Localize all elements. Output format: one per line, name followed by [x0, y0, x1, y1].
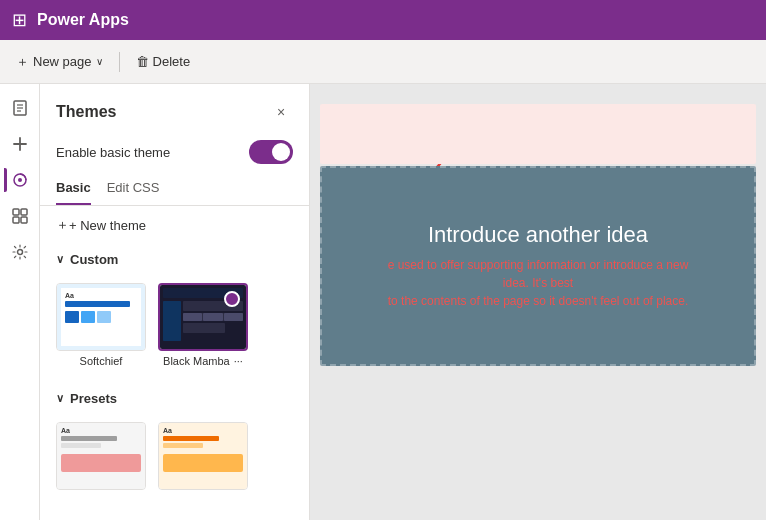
teal-section: Introduce another idea e used to offer s…: [320, 166, 756, 366]
new-page-button[interactable]: ＋ New page ∨: [8, 48, 111, 76]
new-theme-button[interactable]: ＋ + New theme: [40, 206, 162, 244]
themes-panel-title: Themes: [56, 103, 116, 121]
pink-section: [320, 104, 756, 164]
themes-header: Themes ×: [40, 84, 309, 132]
topbar: ⊞ Power Apps: [0, 0, 766, 40]
delete-button[interactable]: 🗑 Delete: [128, 49, 199, 74]
chevron-icon: ∨: [56, 392, 64, 405]
svg-rect-10: [13, 217, 19, 223]
toolbar: ＋ New page ∨ 🗑 Delete: [0, 40, 766, 84]
svg-point-12: [17, 250, 22, 255]
theme-sidebar-icon[interactable]: [4, 164, 36, 196]
black-mamba-theme[interactable]: Black Mamba ···: [158, 283, 248, 367]
app-title: Power Apps: [37, 11, 129, 29]
grid-icon[interactable]: ⊞: [12, 9, 27, 31]
svg-rect-9: [21, 209, 27, 215]
custom-themes-grid: Aa Softchief: [40, 275, 309, 375]
more-options-icon[interactable]: ···: [234, 355, 243, 367]
svg-rect-11: [21, 217, 27, 223]
svg-point-7: [18, 178, 22, 182]
chevron-icon: ∨: [56, 253, 64, 266]
softchief-label: Softchief: [80, 355, 123, 367]
trash-icon: 🗑: [136, 54, 149, 69]
custom-section-header[interactable]: ∨ Custom: [40, 244, 309, 275]
preset-1-theme[interactable]: Aa: [56, 422, 146, 490]
svg-rect-8: [13, 209, 19, 215]
black-mamba-label: Black Mamba ···: [163, 355, 243, 367]
black-mamba-preview: [158, 283, 248, 351]
plus-icon: ＋: [56, 216, 69, 234]
tab-edit-css[interactable]: Edit CSS: [107, 180, 160, 205]
separator: [119, 52, 120, 72]
tab-basic[interactable]: Basic: [56, 180, 91, 205]
theme-tabs: Basic Edit CSS: [40, 172, 309, 206]
preset-1-preview: Aa: [56, 422, 146, 490]
components-sidebar-icon[interactable]: [4, 200, 36, 232]
introduce-title: Introduce another idea: [428, 222, 648, 248]
enable-theme-label: Enable basic theme: [56, 145, 170, 160]
themes-panel: Themes × Enable basic theme Basic Edit C…: [40, 84, 310, 520]
intro-text-part1: e used to offer supporting information o…: [388, 258, 689, 290]
intro-text-part2: to the contents of the page so it doesn'…: [388, 294, 689, 308]
page-content: Introduce another idea e used to offer s…: [320, 104, 756, 510]
close-themes-button[interactable]: ×: [269, 100, 293, 124]
presets-grid: Aa Aa: [40, 414, 309, 498]
content-area: Introduce another idea e used to offer s…: [310, 84, 766, 520]
enable-theme-row: Enable basic theme: [40, 132, 309, 172]
add-sidebar-icon[interactable]: [4, 128, 36, 160]
chevron-down-icon: ∨: [96, 56, 103, 67]
page-sidebar-icon[interactable]: [4, 92, 36, 124]
plus-icon: ＋: [16, 53, 29, 71]
preset-2-preview: Aa: [158, 422, 248, 490]
enable-theme-toggle[interactable]: [249, 140, 293, 164]
preset-2-theme[interactable]: Aa: [158, 422, 248, 490]
main-area: Themes × Enable basic theme Basic Edit C…: [0, 84, 766, 520]
presets-section-header[interactable]: ∨ Presets: [40, 383, 309, 414]
introduce-text: e used to offer supporting information o…: [378, 256, 698, 310]
sidebar-icons: [0, 84, 40, 520]
softchief-preview: Aa: [56, 283, 146, 351]
settings-sidebar-icon[interactable]: [4, 236, 36, 268]
softchief-theme[interactable]: Aa Softchief: [56, 283, 146, 367]
